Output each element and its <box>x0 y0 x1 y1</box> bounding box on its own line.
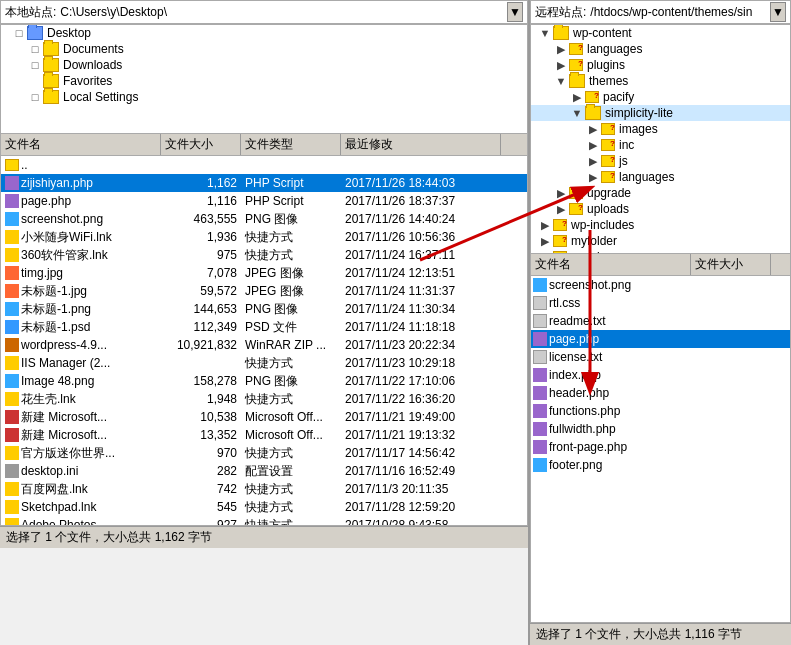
php-icon <box>533 368 547 382</box>
right-file-row-functions[interactable]: functions.php <box>531 402 790 420</box>
tree-expand-themes[interactable]: ▼ <box>553 75 569 87</box>
tree-item-languages[interactable]: ▶ ? languages <box>531 41 790 57</box>
file-row-iis[interactable]: IIS Manager (2... 快捷方式 2017/11/23 10:29:… <box>1 354 527 372</box>
left-col-name[interactable]: 文件名 <box>1 134 161 155</box>
file-row-new-ms2[interactable]: 新建 Microsoft... 13,352 Microsoft Off... … <box>1 426 527 444</box>
right-file-row-page[interactable]: page.php <box>531 330 790 348</box>
file-row-zijishiyan[interactable]: zijishiyan.php 1,162 PHP Script 2017/11/… <box>1 174 527 192</box>
file-row-360[interactable]: 360软件管家.lnk 975 快捷方式 2017/11/24 16:37:11 <box>1 246 527 264</box>
tree-expand-languages-sub[interactable]: ▶ <box>585 171 601 184</box>
tree-item-uploads[interactable]: ▶ ? uploads <box>531 201 790 217</box>
right-file-row-license[interactable]: license.txt <box>531 348 790 366</box>
tree-expand-desktop[interactable]: □ <box>11 27 27 39</box>
tree-item-images[interactable]: ▶ ? images <box>531 121 790 137</box>
right-file-row-header[interactable]: header.php <box>531 384 790 402</box>
right-col-size[interactable]: 文件大小 <box>691 254 771 275</box>
tree-item-desktop[interactable]: □ Desktop <box>1 25 527 41</box>
right-file-row-index[interactable]: index.php <box>531 366 790 384</box>
tree-item-plugins[interactable]: ▶ ? plugins <box>531 57 790 73</box>
tree-item-inc[interactable]: ▶ ? inc <box>531 137 790 153</box>
right-file-row-frontpage[interactable]: front-page.php <box>531 438 790 456</box>
file-row-adobe[interactable]: Adobe Photos... 927 快捷方式 2017/10/28 9:43… <box>1 516 527 526</box>
tree-item-themes[interactable]: ▼ themes <box>531 73 790 89</box>
tree-label-favorites: Favorites <box>63 74 112 88</box>
tree-item-simplicity-lite[interactable]: ▼ simplicity-lite <box>531 105 790 121</box>
file-row-new-ms1[interactable]: 新建 Microsoft... 10,538 Microsoft Off... … <box>1 408 527 426</box>
left-col-type[interactable]: 文件类型 <box>241 134 341 155</box>
png-icon <box>5 302 19 316</box>
right-file-list[interactable]: screenshot.png rtl.css readme.txt page.p… <box>530 276 791 623</box>
left-col-modified[interactable]: 最近修改 <box>341 134 501 155</box>
file-row-huashengke[interactable]: 花生壳.lnk 1,948 快捷方式 2017/11/22 16:36:20 <box>1 390 527 408</box>
right-file-row-screenshot[interactable]: screenshot.png <box>531 276 790 294</box>
tree-expand-upgrade[interactable]: ▶ <box>553 187 569 200</box>
tree-expand-local-settings[interactable]: □ <box>27 91 43 103</box>
tree-expand-uploads[interactable]: ▶ <box>553 203 569 216</box>
tree-item-upgrade[interactable]: ▶ ? upgrade <box>531 185 790 201</box>
file-row-wbt1-png[interactable]: 未标题-1.png 144,653 PNG 图像 2017/11/24 11:3… <box>1 300 527 318</box>
left-directory-tree[interactable]: □ Desktop □ Documents □ Downloads <box>0 24 528 134</box>
folder-icon-pacify: ? <box>585 91 599 103</box>
tree-item-myfolder[interactable]: ▶ ? myfolder <box>531 233 790 249</box>
tree-item-downloads[interactable]: □ Downloads <box>1 57 527 73</box>
left-col-size[interactable]: 文件大小 <box>161 134 241 155</box>
lnk-icon <box>5 248 19 262</box>
zip-icon <box>5 338 19 352</box>
file-row-wbt1-psd[interactable]: 未标题-1.psd 112,349 PSD 文件 2017/11/24 11:1… <box>1 318 527 336</box>
file-row-page-php[interactable]: page.php 1,116 PHP Script 2017/11/26 18:… <box>1 192 527 210</box>
tree-expand-wp-includes[interactable]: ▶ <box>537 219 553 232</box>
right-path-value: /htdocs/wp-content/themes/sin <box>590 5 770 19</box>
tree-expand-plugins[interactable]: ▶ <box>553 59 569 72</box>
tree-item-local-settings[interactable]: □ Local Settings <box>1 89 527 105</box>
ms-icon <box>5 428 19 442</box>
file-row-image48[interactable]: Image 48.png 158,278 PNG 图像 2017/11/22 1… <box>1 372 527 390</box>
tree-expand-pacify[interactable]: ▶ <box>569 91 585 104</box>
file-row-desktop-ini[interactable]: desktop.ini 282 配置设置 2017/11/16 16:52:49 <box>1 462 527 480</box>
tree-expand-js[interactable]: ▶ <box>585 155 601 168</box>
tree-expand-downloads[interactable]: □ <box>27 59 43 71</box>
tree-item-pacify[interactable]: ▶ ? pacify <box>531 89 790 105</box>
tree-item-wp-includes[interactable]: ▶ ? wp-includes <box>531 217 790 233</box>
left-path-label: 本地站点: <box>5 4 56 21</box>
right-file-row-footer[interactable]: footer.png <box>531 456 790 474</box>
txt-icon <box>533 350 547 364</box>
left-status-bar: 选择了 1 个文件，大小总共 1,162 字节 <box>0 526 528 548</box>
right-path-dropdown[interactable]: ▼ <box>770 2 786 22</box>
tree-expand-images[interactable]: ▶ <box>585 123 601 136</box>
file-row-timg[interactable]: timg.jpg 7,078 JPEG 图像 2017/11/24 12:13:… <box>1 264 527 282</box>
file-row-sketchpad[interactable]: Sketchpad.lnk 545 快捷方式 2017/11/28 12:59:… <box>1 498 527 516</box>
tree-item-languages-sub[interactable]: ▶ ? languages <box>531 169 790 185</box>
folder-up-icon <box>5 159 19 171</box>
file-row-xiaomi[interactable]: 小米随身WiFi.lnk 1,936 快捷方式 2017/11/26 10:56… <box>1 228 527 246</box>
lnk-icon <box>5 518 19 526</box>
right-file-row-readme[interactable]: readme.txt <box>531 312 790 330</box>
folder-icon-plugins: ? <box>569 59 583 71</box>
file-row-parent[interactable]: .. <box>1 156 527 174</box>
left-file-list-header: 文件名 文件大小 文件类型 最近修改 <box>0 134 528 156</box>
left-file-list[interactable]: .. zijishiyan.php 1,162 PHP Script 2017/… <box>0 156 528 526</box>
tree-expand-inc[interactable]: ▶ <box>585 139 601 152</box>
txt-icon <box>533 314 547 328</box>
tree-expand-documents[interactable]: □ <box>27 43 43 55</box>
tree-item-js[interactable]: ▶ ? js <box>531 153 790 169</box>
tree-expand-languages[interactable]: ▶ <box>553 43 569 56</box>
folder-icon-favorites <box>43 74 59 88</box>
file-row-minishijie[interactable]: 官方版迷你世界... 970 快捷方式 2017/11/17 14:56:42 <box>1 444 527 462</box>
file-row-screenshot[interactable]: screenshot.png 463,555 PNG 图像 2017/11/26… <box>1 210 527 228</box>
left-path-dropdown[interactable]: ▼ <box>507 2 523 22</box>
tree-expand-simplicity-lite[interactable]: ▼ <box>569 107 585 119</box>
tree-item-wp-content[interactable]: ▼ wp-content <box>531 25 790 41</box>
tree-expand-wp-content[interactable]: ▼ <box>537 27 553 39</box>
file-row-wordpress[interactable]: wordpress-4.9... 10,921,832 WinRAR ZIP .… <box>1 336 527 354</box>
right-file-row-fullwidth[interactable]: fullwidth.php <box>531 420 790 438</box>
file-row-baidu[interactable]: 百度网盘.lnk 742 快捷方式 2017/11/3 20:11:35 <box>1 480 527 498</box>
file-row-wbt1-jpg[interactable]: 未标题-1.jpg 59,572 JPEG 图像 2017/11/24 11:3… <box>1 282 527 300</box>
tree-expand-myfolder[interactable]: ▶ <box>537 235 553 248</box>
tree-item-documents[interactable]: □ Documents <box>1 41 527 57</box>
right-directory-tree[interactable]: ▼ wp-content ▶ ? languages ▶ ? plugins <box>530 24 791 254</box>
tree-item-favorites[interactable]: Favorites <box>1 73 527 89</box>
right-file-row-rtl[interactable]: rtl.css <box>531 294 790 312</box>
folder-icon-uploads: ? <box>569 203 583 215</box>
tree-label-myfolder: myfolder <box>571 234 617 248</box>
right-col-name[interactable]: 文件名 <box>531 254 691 275</box>
